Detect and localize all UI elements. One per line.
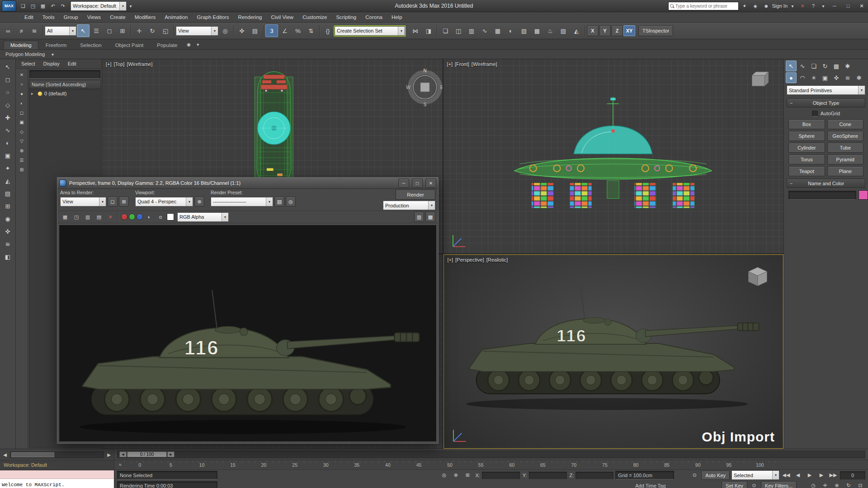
select-and-scale-icon[interactable]: ◱: [159, 24, 172, 37]
object-type-button[interactable]: Sphere: [788, 131, 825, 141]
mirror-icon[interactable]: ⋈: [409, 24, 422, 37]
compass-east[interactable]: E: [440, 85, 443, 90]
left-toolbar-icon[interactable]: ◻: [2, 74, 14, 85]
object-type-button[interactable]: Box: [788, 119, 825, 129]
pan-view-icon[interactable]: ✛: [820, 481, 830, 488]
edit-named-selection-sets-icon[interactable]: {}: [321, 24, 334, 37]
ribbon-tab-object-paint[interactable]: Object Paint: [109, 41, 150, 49]
named-selection-sets-dropdown[interactable]: Create Selection Set ▾: [335, 26, 405, 36]
explorer-filter-icon[interactable]: ●: [18, 89, 26, 98]
ribbon-tab-populate[interactable]: Populate: [151, 41, 184, 49]
unlink-selection-icon[interactable]: ≠: [15, 24, 28, 37]
object-type-button[interactable]: Tube: [827, 143, 864, 153]
coordinate-display-icon[interactable]: ⊞: [462, 470, 472, 480]
menu-item[interactable]: Help: [387, 13, 407, 21]
sign-in-label[interactable]: Sign In: [772, 3, 788, 9]
object-type-button[interactable]: Cone: [827, 119, 864, 129]
object-type-button[interactable]: Teapot: [788, 166, 825, 176]
production-dropdown[interactable]: Production ▾: [383, 201, 435, 210]
viewport-shading-label[interactable]: [Wireframe]: [127, 61, 152, 67]
object-name-field[interactable]: [788, 191, 856, 200]
explorer-filter-icon[interactable]: ☰: [18, 156, 26, 164]
render-setup-icon[interactable]: ▧: [518, 24, 530, 37]
use-pivot-center-icon[interactable]: ◎: [219, 24, 231, 37]
maximize-viewport-icon[interactable]: ⊡: [855, 481, 865, 488]
viewcube[interactable]: [747, 69, 771, 93]
ribbon-tab-freeform[interactable]: Freeform: [39, 41, 73, 49]
key-filters-icon[interactable]: ⊙: [749, 481, 759, 488]
viewport-menu-plus[interactable]: [+]: [448, 257, 453, 263]
explorer-filter-icon[interactable]: ▽: [18, 137, 26, 145]
alpha-channel-icon[interactable]: α: [156, 212, 165, 222]
angle-snap-icon[interactable]: ∠: [278, 24, 291, 37]
left-toolbar-icon[interactable]: ◇: [2, 99, 14, 111]
key-filters-button[interactable]: Key Filters...: [761, 481, 797, 488]
curve-editor-icon[interactable]: ∿: [478, 24, 491, 37]
axis-xy-button[interactable]: XY: [623, 25, 635, 36]
undo-icon[interactable]: ↶: [48, 1, 58, 11]
space-warps-category-icon[interactable]: ≋: [842, 72, 853, 83]
scrollbar-thumb[interactable]: [11, 452, 54, 457]
menu-item[interactable]: Graph Editors: [192, 13, 233, 21]
menu-item[interactable]: Rendering: [233, 13, 266, 21]
set-key-button[interactable]: Set Key: [722, 481, 747, 488]
explorer-filter-icon[interactable]: ⊞: [18, 165, 26, 174]
infocenter-search[interactable]: [668, 2, 739, 10]
ribbon-config-icon[interactable]: ◉: [185, 40, 193, 48]
sign-in-chevron-icon[interactable]: ▾: [788, 2, 797, 10]
timeline-ruler[interactable]: 0510152025303540455055606570758085909510…: [124, 460, 775, 469]
new-icon[interactable]: ❏: [18, 1, 28, 11]
maxscript-listener-output[interactable]: Welcome to MAXScript.: [0, 479, 114, 488]
window-minimize-button[interactable]: ─: [828, 1, 841, 10]
ribbon-collapse-chevron-icon[interactable]: ▾: [194, 40, 202, 48]
monochrome-channel-icon[interactable]: ◐: [144, 212, 154, 222]
explorer-column-header[interactable]: Name (Sorted Ascending): [29, 80, 101, 89]
background-color-swatch[interactable]: [167, 213, 174, 221]
current-frame-field[interactable]: [840, 471, 865, 479]
save-icon[interactable]: ▦: [38, 1, 48, 11]
autogrid-checkbox[interactable]: [812, 111, 818, 117]
favorites-icon[interactable]: ✦: [740, 1, 750, 11]
primitive-category-dropdown[interactable]: Standard Primitives ▾: [787, 85, 865, 95]
layer-icon[interactable]: [38, 91, 42, 96]
menu-item[interactable]: Customize: [298, 13, 331, 21]
left-toolbar-icon[interactable]: ▣: [2, 150, 14, 161]
menu-item[interactable]: Corona: [361, 13, 387, 21]
left-toolbar-icon[interactable]: ⊞: [2, 200, 14, 212]
compass-south[interactable]: S: [424, 102, 427, 107]
mini-curve-editor-icon[interactable]: ≈: [116, 461, 124, 469]
explorer-filter-icon[interactable]: ◐: [18, 99, 26, 107]
explorer-filter-icon[interactable]: ⊗: [18, 146, 26, 155]
viewport-shading-label[interactable]: [Wireframe]: [472, 61, 497, 67]
explorer-filter-icon[interactable]: ▣: [18, 118, 26, 126]
window-close-button[interactable]: ✕: [855, 1, 868, 10]
y-coordinate-field[interactable]: [529, 472, 567, 479]
motion-tab-icon[interactable]: ↻: [820, 61, 830, 71]
material-editor-icon[interactable]: ◐: [505, 24, 517, 37]
object-color-swatch[interactable]: [859, 190, 868, 200]
explorer-menu-item[interactable]: Edit: [64, 60, 80, 67]
time-slider-track[interactable]: ◀ 0 / 100 ▶: [117, 450, 865, 458]
axis-z-button[interactable]: Z: [611, 25, 623, 36]
display-tab-icon[interactable]: ▩: [831, 61, 842, 71]
help-chevron-icon[interactable]: ▾: [819, 2, 827, 10]
orbit-icon[interactable]: ↻: [844, 481, 854, 488]
left-toolbar-icon[interactable]: ✜: [2, 225, 14, 237]
viewport-shading-label[interactable]: [Realistic]: [486, 257, 508, 263]
viewport-menu-plus[interactable]: [+]: [106, 61, 112, 67]
exchange-close-icon[interactable]: ✕: [797, 1, 807, 11]
modify-tab-icon[interactable]: ∿: [797, 61, 808, 71]
auto-key-button[interactable]: Auto Key: [701, 471, 730, 480]
menu-item[interactable]: Edit: [20, 13, 38, 21]
name-and-color-rollout[interactable]: − Name and Color: [787, 178, 865, 188]
viewport-front[interactable]: [+] [Front] [Wireframe]: [443, 59, 784, 253]
explorer-filter-icon[interactable]: ✕: [18, 70, 26, 79]
select-and-link-icon[interactable]: ∞: [2, 24, 14, 37]
object-type-button[interactable]: Pyramid: [827, 155, 864, 164]
viewport-name-perspective[interactable]: [Perspective]: [455, 257, 484, 263]
reference-coordinate-dropdown[interactable]: View ▾: [176, 26, 218, 36]
go-to-end-icon[interactable]: ▶▶: [828, 470, 838, 480]
left-toolbar-icon[interactable]: ▤: [2, 188, 14, 199]
explorer-search-input[interactable]: [30, 70, 102, 79]
percent-snap-icon[interactable]: %: [292, 24, 304, 37]
